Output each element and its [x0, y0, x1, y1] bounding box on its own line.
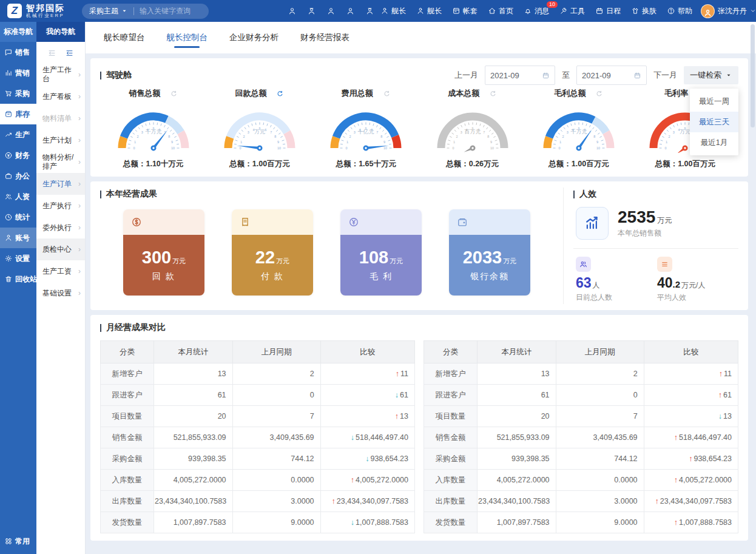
previous-month-value: 7 — [556, 406, 644, 427]
gauge-total: 总额：1.00百万元 — [655, 159, 715, 169]
refresh-icon[interactable] — [170, 90, 178, 98]
topbar-item-工具[interactable]: 工具 — [559, 6, 585, 16]
topbar-item-首页[interactable]: 首页 — [488, 6, 513, 16]
topbar-item-帮助[interactable]: 帮助 — [667, 6, 692, 16]
current-month-value: 23,434,340,100.7583 — [154, 491, 233, 512]
topbar-item-日程[interactable]: 日程 — [595, 6, 621, 16]
role-person2-icon[interactable] — [307, 7, 316, 16]
sidebar-item-设置[interactable]: 设置 — [0, 248, 36, 269]
sidebar-item-营销[interactable]: 营销 — [0, 62, 36, 83]
sidebar-item-财务[interactable]: 财务 — [0, 145, 36, 166]
tab-舰长控制台[interactable]: 舰长控制台 — [167, 22, 208, 53]
refresh-icon[interactable] — [489, 90, 497, 98]
gauge-total: 总额：1.10十万元 — [123, 159, 183, 169]
svg-text:0: 0 — [239, 146, 241, 150]
arrow-up-icon: ↑ — [674, 433, 678, 442]
topbar-item-换肤[interactable]: 换肤 — [631, 6, 656, 16]
date-from-input[interactable]: 2021-09 — [485, 66, 555, 85]
app-logo[interactable]: Z 智邦国际 机械行业ERP — [0, 4, 73, 18]
gauge-total: 总额：1.00百万元 — [548, 159, 609, 169]
dollar-icon — [123, 209, 204, 235]
quick-search-button[interactable]: 一键检索 — [684, 66, 738, 84]
role-person2-icon[interactable] — [365, 7, 374, 16]
sidebar2-item-生产订单[interactable]: 生产订单› — [36, 173, 85, 195]
comparison-value: ↑13 — [320, 406, 414, 427]
logo-title: 智邦国际 — [26, 4, 65, 13]
comparison-value: ↑4,005,272.0000 — [644, 470, 738, 491]
result-card-回款[interactable]: 300万元回 款 — [123, 209, 204, 296]
topbar-item-舰长[interactable]: 舰长 — [416, 6, 442, 16]
result-card-毛利[interactable]: 108万元毛 利 — [340, 209, 422, 296]
sidebar2-item-生产计划[interactable]: 生产计划› — [36, 129, 85, 151]
calendar-icon — [633, 72, 641, 79]
topbar-item-消息[interactable]: 消息10 — [524, 6, 549, 16]
refresh-icon[interactable] — [595, 90, 603, 98]
topbar-item-舰长[interactable]: 舰长 — [380, 6, 406, 16]
sidebar-primary-header[interactable]: 标准导航 — [0, 22, 36, 42]
global-search[interactable]: 采购主题 输入关键字查询 — [82, 4, 209, 19]
row-category: 跟进客户 — [101, 385, 154, 406]
dropdown-option-最近一周[interactable]: 最近一周 — [690, 91, 738, 112]
sidebar-item-库存[interactable]: 库存 — [0, 104, 36, 124]
sidebar2-item-委外执行[interactable]: 委外执行› — [36, 217, 85, 238]
dropdown-option-最近1月[interactable]: 最近1月 — [690, 132, 738, 153]
svg-text:2: 2 — [349, 135, 351, 138]
gauge-dial: 012345678910百万元 — [427, 100, 518, 155]
total-sales-value: 2535万元 — [618, 209, 672, 226]
previous-month-value: 744.12 — [556, 448, 644, 470]
tab-企业财务分析[interactable]: 企业财务分析 — [229, 22, 278, 53]
refresh-icon[interactable] — [276, 90, 284, 98]
sidebar2-item-生产执行[interactable]: 生产执行› — [36, 195, 85, 217]
comparison-value: ↓1,007,888.7583 — [320, 512, 414, 533]
sidebar2-item-label: 生产执行 — [42, 201, 76, 211]
sidebar-footer-label: 常用 — [15, 536, 30, 547]
sidebar2-item-生产工作台[interactable]: 生产工作台› — [36, 64, 85, 86]
search-category-select[interactable]: 采购主题 — [89, 6, 128, 16]
svg-text:7: 7 — [377, 130, 379, 134]
sidebar2-item-物料清单[interactable]: 物料清单› — [36, 107, 85, 129]
prev-month-button[interactable]: 上一月 — [454, 70, 478, 81]
gauge-title-text: 回款总额 — [235, 88, 266, 99]
scrollbar-thumb[interactable] — [751, 24, 755, 127]
sidebar-item-人资[interactable]: 人资 — [0, 186, 36, 207]
sidebar-item-统计[interactable]: 统计 — [0, 207, 36, 228]
tab-舰长瞭望台[interactable]: 舰长瞭望台 — [104, 22, 145, 53]
sidebar-item-label: 营销 — [15, 68, 30, 78]
result-card-付款[interactable]: 22万元付 款 — [232, 209, 313, 296]
sidebar-item-changyong[interactable]: 常用 — [0, 529, 36, 554]
title-bar — [100, 72, 101, 79]
svg-text:7: 7 — [483, 130, 485, 134]
sidebar-secondary-header[interactable]: 我的导航 — [36, 22, 85, 42]
sidebar-item-回收站[interactable]: 回收站 — [0, 269, 36, 289]
sidebar2-item-物料分析/排产[interactable]: 物料分析/排产› — [36, 151, 85, 173]
search-input[interactable]: 输入关键字查询 — [140, 6, 191, 16]
vertical-scrollbar[interactable] — [751, 24, 755, 552]
role-person3-icon[interactable] — [326, 7, 336, 16]
sidebar-item-账号[interactable]: 账号 — [0, 228, 36, 248]
user-menu[interactable]: 张沈丹丹 — [701, 4, 756, 18]
tab-财务经营报表[interactable]: 财务经营报表 — [300, 22, 349, 53]
table-header: 比较 — [644, 341, 738, 363]
refresh-icon[interactable] — [383, 90, 391, 98]
role-person-icon[interactable] — [288, 7, 297, 16]
topbar-item-帐套[interactable]: 帐套 — [452, 6, 478, 16]
sidebar2-item-生产看板[interactable]: 生产看板› — [36, 86, 85, 107]
next-month-button[interactable]: 下一月 — [653, 70, 677, 81]
collapse-toggle-icon[interactable] — [47, 49, 56, 58]
sidebar-item-采购[interactable]: 采购 — [0, 83, 36, 104]
dropdown-option-最近三天[interactable]: 最近三天 — [690, 112, 738, 132]
svg-text:1: 1 — [666, 140, 667, 144]
sidebar2-item-label: 生产看板 — [42, 92, 76, 101]
sidebar-item-办公[interactable]: 办公 — [0, 166, 36, 186]
sidebar-item-销售[interactable]: 销售 — [0, 42, 36, 62]
user-name: 张沈丹丹 — [718, 6, 747, 16]
role-person-icon[interactable] — [346, 7, 355, 16]
gauge-毛利总额: 毛利总额012345678910千万元总额：1.00百万元 — [525, 87, 632, 169]
collapse-toggle-icon[interactable] — [65, 49, 74, 58]
date-to-input[interactable]: 2021-09 — [576, 66, 647, 85]
sidebar2-item-生产工资[interactable]: 生产工资› — [36, 260, 85, 282]
sidebar-item-生产[interactable]: 生产 — [0, 124, 36, 145]
sidebar2-item-基础设置[interactable]: 基础设置› — [36, 282, 85, 304]
sidebar2-item-质检中心[interactable]: 质检中心› — [36, 238, 85, 260]
result-card-银行余额[interactable]: 2033万元银行余额 — [449, 209, 530, 296]
